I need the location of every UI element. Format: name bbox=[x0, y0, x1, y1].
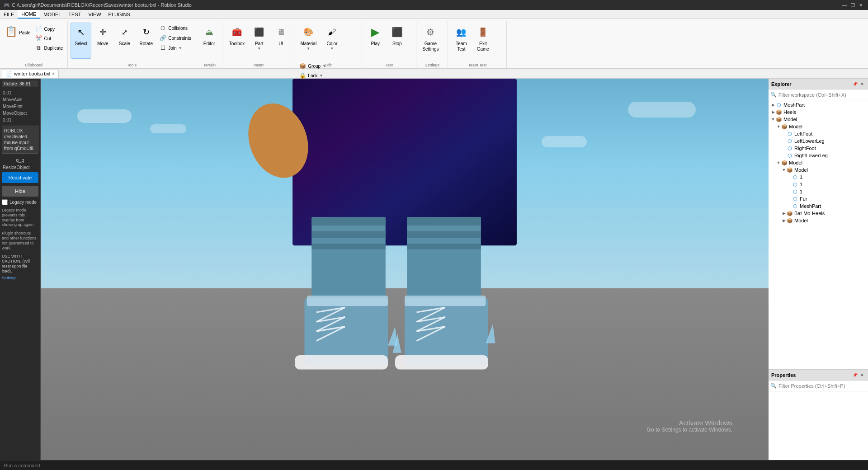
move-axis-item[interactable]: MoveAxis bbox=[2, 97, 38, 103]
tree-item-fur[interactable]: ⬡ Fur bbox=[769, 195, 868, 202]
expand-icon[interactable]: ▶ bbox=[770, 102, 776, 108]
stop-button[interactable]: ⬛ Stop bbox=[387, 23, 407, 59]
expand-icon[interactable]: ▼ bbox=[776, 160, 781, 165]
rotate-button[interactable]: ↻ Rotate bbox=[136, 23, 156, 59]
expand-icon[interactable]: ▼ bbox=[781, 167, 787, 173]
ribbon-clipboard-section: 📋 Paste 📄 Copy ✂️ Cut ⧉ Duplicate C bbox=[0, 21, 68, 68]
meshpart-icon: ⬡ bbox=[776, 102, 782, 108]
tree-item-model-4[interactable]: ▼ 📦 Model bbox=[769, 166, 868, 174]
model-icon: 📦 bbox=[781, 123, 788, 130]
menu-view[interactable]: VIEW bbox=[85, 10, 104, 19]
tree-item-leftlowerleg[interactable]: ⬡ LeftLowerLeg bbox=[769, 137, 868, 145]
team-test-button[interactable]: 👥 Team Test bbox=[451, 23, 472, 59]
explorer-search-input[interactable] bbox=[778, 92, 866, 98]
expand-spacer bbox=[781, 131, 787, 136]
menu-file[interactable]: FILE bbox=[0, 10, 18, 19]
editor-icon: ⛰ bbox=[202, 25, 217, 39]
svg-rect-8 bbox=[407, 217, 481, 226]
ui-button[interactable]: 🖥 UI bbox=[270, 23, 291, 59]
tree-item-model-2[interactable]: ▼ 📦 Model bbox=[769, 123, 868, 130]
explorer-search[interactable]: 🔍 bbox=[769, 89, 868, 100]
tree-item-1b[interactable]: ⬡ 1 bbox=[769, 181, 868, 188]
properties-close-button[interactable]: ✕ bbox=[859, 372, 865, 378]
menu-test[interactable]: TEST bbox=[65, 10, 85, 19]
explorer-close-button[interactable]: ✕ bbox=[859, 81, 865, 87]
reactivate-button[interactable]: Reactivate bbox=[2, 172, 38, 183]
resize-object-item[interactable]: ResizeObject bbox=[2, 164, 38, 170]
select-button[interactable]: ↖ Select bbox=[71, 23, 91, 59]
tree-item-rightfoot[interactable]: ⬡ RightFoot bbox=[769, 145, 868, 152]
duplicate-icon: ⧉ bbox=[35, 44, 42, 52]
tab-filename: winter boots.rbxl bbox=[14, 71, 50, 76]
explorer-pin-button[interactable]: 📌 bbox=[852, 81, 858, 87]
rotate-label: Rotate: 36.81 bbox=[2, 80, 38, 87]
tree-item-heels[interactable]: ▶ 📦 Heels bbox=[769, 108, 868, 116]
tree-item-1a[interactable]: ⬡ 1 bbox=[769, 174, 868, 181]
menu-model[interactable]: MODEL bbox=[40, 10, 65, 19]
properties-pin-button[interactable]: 📌 bbox=[852, 372, 858, 378]
editor-button[interactable]: ⛰ Editor bbox=[199, 23, 220, 59]
expand-spacer bbox=[781, 138, 787, 144]
close-button[interactable]: ✕ bbox=[857, 1, 864, 9]
menu-plugins[interactable]: PLUGINS bbox=[105, 10, 134, 19]
stop-icon: ⬛ bbox=[390, 25, 404, 39]
expand-icon[interactable]: ▶ bbox=[781, 218, 787, 223]
copy-button[interactable]: 📄 Copy bbox=[33, 24, 65, 33]
expand-icon[interactable]: ▶ bbox=[770, 109, 776, 115]
play-icon: ▶ bbox=[368, 25, 382, 39]
tree-item-bat-mo-heels[interactable]: ▶ 📦 Bat-Mo-Heels bbox=[769, 210, 868, 217]
move-button[interactable]: ✛ Move bbox=[92, 23, 113, 59]
game-settings-button[interactable]: ⚙ Game Settings bbox=[419, 23, 442, 59]
tree-item-1c[interactable]: ⬡ 1 bbox=[769, 188, 868, 195]
constraints-button[interactable]: 🔗 Constraints bbox=[157, 33, 193, 42]
scale-button[interactable]: ⤢ Scale bbox=[114, 23, 135, 59]
warning-box: ROBLOX deactivated mouse input from qCmd… bbox=[2, 126, 38, 154]
move-object-item[interactable]: MoveObject bbox=[2, 110, 38, 116]
tree-item-model-3[interactable]: ▼ 📦 Model bbox=[769, 159, 868, 166]
ribbon-terrain-section: ⛰ Editor Terrain bbox=[196, 21, 223, 68]
exit-game-button[interactable]: 🚪 Exit Game bbox=[472, 23, 493, 59]
tree-item-meshpart-2[interactable]: ⬡ MeshPart bbox=[769, 202, 868, 210]
ribbon: 📋 Paste 📄 Copy ✂️ Cut ⧉ Duplicate C bbox=[0, 19, 868, 69]
part-button[interactable]: ⬛ Part ▼ bbox=[249, 23, 269, 59]
right-panels: Explorer 📌 ✕ 🔍 ▶ ⬡ MeshPart ▶ bbox=[769, 79, 868, 460]
restore-button[interactable]: ❐ bbox=[849, 1, 856, 9]
leftfoot-icon: ⬡ bbox=[787, 131, 793, 137]
tree-item-rightlowerleg[interactable]: ⬡ RightLowerLeg bbox=[769, 152, 868, 159]
duplicate-button[interactable]: ⧉ Duplicate bbox=[33, 43, 65, 52]
collisions-button[interactable]: ⬡ Collisions bbox=[157, 24, 193, 33]
minimize-button[interactable]: — bbox=[841, 1, 848, 9]
paste-button[interactable]: 📋 Paste bbox=[3, 23, 33, 42]
tree-item-model-1[interactable]: ▼ 📦 Model bbox=[769, 116, 868, 123]
join-button[interactable]: ☐ Join ▼ bbox=[157, 43, 193, 52]
tree-item-leftfoot[interactable]: ⬡ LeftFoot bbox=[769, 130, 868, 137]
toolbox-button[interactable]: 🧰 Toolbox bbox=[226, 23, 248, 59]
settings-link[interactable]: Settings... bbox=[2, 276, 38, 280]
tree-item-model-5[interactable]: ▶ 📦 Model bbox=[769, 217, 868, 224]
viewport[interactable]: Activate Windows Go to Settings to activ… bbox=[41, 79, 769, 460]
file-tab[interactable]: 📄 winter boots.rbxl × bbox=[2, 70, 59, 78]
play-button[interactable]: ▶ Play bbox=[365, 23, 386, 59]
ribbon-edit-section: 🎨 Material ▼ 🖌 Color ▼ 📦 Group ▼ 🔒 bbox=[294, 21, 362, 68]
menu-home[interactable]: HOME bbox=[18, 10, 40, 19]
expand-icon[interactable]: ▼ bbox=[776, 124, 781, 129]
command-input[interactable] bbox=[4, 463, 864, 468]
game-settings-icon: ⚙ bbox=[423, 25, 438, 39]
material-button[interactable]: 🎨 Material ▼ bbox=[297, 23, 320, 59]
legacy-check[interactable]: Legacy mode bbox=[2, 199, 38, 205]
hide-button[interactable]: Hide bbox=[2, 186, 38, 197]
expand-icon[interactable]: ▶ bbox=[781, 211, 787, 216]
svg-rect-5 bbox=[311, 217, 386, 226]
tree-item-meshpart[interactable]: ▶ ⬡ MeshPart bbox=[769, 101, 868, 108]
cut-button[interactable]: ✂️ Cut bbox=[33, 34, 65, 43]
color-button[interactable]: 🖌 Color ▼ bbox=[321, 23, 343, 59]
legacy-checkbox[interactable] bbox=[2, 199, 8, 205]
expand-icon[interactable]: ▼ bbox=[770, 117, 776, 122]
properties-search-input[interactable] bbox=[778, 383, 866, 389]
move-first-item[interactable]: MoveFirst bbox=[2, 103, 38, 109]
batmoheels-icon: 📦 bbox=[787, 210, 793, 216]
properties-search[interactable]: 🔍 bbox=[769, 381, 868, 391]
material-dropdown-arrow: ▼ bbox=[307, 47, 310, 51]
toolbox-icon: 🧰 bbox=[230, 25, 244, 39]
tab-close-button[interactable]: × bbox=[52, 71, 55, 76]
